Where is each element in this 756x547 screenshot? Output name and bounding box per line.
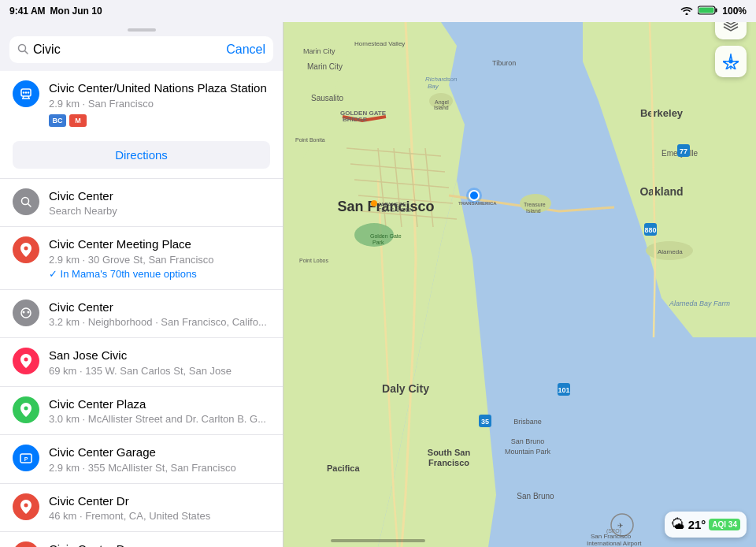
- svg-point-36: [469, 191, 479, 200]
- svg-rect-1: [716, 8, 717, 12]
- search-input[interactable]: [33, 43, 221, 57]
- svg-text:101: 101: [558, 386, 569, 394]
- svg-text:Mountain Park: Mountain Park: [505, 448, 551, 456]
- svg-point-78: [24, 358, 28, 362]
- result-6-subtitle: 3.0 km · McAllister Street and Dr. Carlt…: [49, 413, 270, 425]
- svg-text:San Bruno: San Bruno: [517, 492, 554, 500]
- drag-handle[interactable]: [128, 28, 156, 32]
- svg-line-64: [25, 50, 28, 54]
- svg-text:Park: Park: [372, 240, 384, 245]
- search-icon: [17, 43, 28, 57]
- svg-text:Richardson: Richardson: [425, 76, 458, 83]
- result-3-subtitle: 2.9 km · 30 Grove St, San Francisco: [49, 254, 270, 266]
- directions-button[interactable]: Directions: [13, 141, 270, 169]
- status-left: 9:41 AM Mon Jun 10: [9, 6, 102, 17]
- svg-text:35: 35: [481, 418, 489, 426]
- svg-text:International Airport: International Airport: [587, 540, 642, 547]
- result-1-content: Civic Center/United Nations Plaza Statio…: [49, 80, 270, 135]
- svg-text:Point Lobos: Point Lobos: [299, 258, 328, 263]
- result-9-content: Civic Center Dr 63 km · Santa Clara, CA,…: [49, 541, 270, 547]
- result-6-item[interactable]: Civic Center Plaza 3.0 km · McAllister S…: [0, 387, 283, 436]
- svg-text:Island: Island: [434, 105, 449, 110]
- svg-text:Tiburon: Tiburon: [492, 59, 516, 67]
- result-9-title: Civic Center Dr: [49, 541, 270, 547]
- status-time: 9:41 AM: [9, 6, 46, 17]
- result-8-subtitle: 46 km · Fremont, CA, United States: [49, 510, 270, 522]
- result-5-content: San Jose Civic 69 km · 135 W. San Carlos…: [49, 348, 270, 377]
- svg-point-82: [24, 503, 28, 507]
- location-button[interactable]: [715, 46, 747, 77]
- home-indicator: [331, 539, 425, 542]
- result-9-icon: [13, 541, 39, 547]
- first-result-header: Civic Center/United Nations Plaza Statio…: [13, 80, 270, 135]
- svg-point-71: [28, 91, 29, 93]
- svg-point-70: [25, 91, 27, 93]
- svg-text:(SFO): (SFO): [606, 528, 621, 534]
- aqi-badge: AQI 34: [709, 519, 740, 530]
- result-3-check: ✓ In Mama's 70th venue options: [49, 268, 270, 280]
- cancel-button[interactable]: Cancel: [226, 43, 265, 57]
- svg-point-62: [729, 60, 733, 64]
- weather-badge[interactable]: 🌤 21° AQI 34: [665, 512, 747, 538]
- svg-text:San Bruno: San Bruno: [511, 437, 545, 445]
- svg-point-77: [28, 311, 30, 313]
- result-8-item[interactable]: Civic Center Dr 46 km · Fremont, CA, Uni…: [0, 484, 283, 533]
- result-6-content: Civic Center Plaza 3.0 km · McAllister S…: [49, 396, 270, 426]
- result-2-item[interactable]: Civic Center Search Nearby: [0, 179, 283, 228]
- first-result-item[interactable]: Civic Center/United Nations Plaza Statio…: [0, 71, 283, 179]
- result-6-icon: [13, 396, 39, 423]
- result-6-title: Civic Center Plaza: [49, 396, 270, 412]
- svg-text:Golden Gate: Golden Gate: [370, 233, 402, 239]
- svg-text:JAPANESE: JAPANESE: [378, 202, 406, 207]
- result-7-title: Civic Center Garage: [49, 445, 270, 460]
- battery-label: 100%: [722, 6, 747, 17]
- svg-text:Treasure: Treasure: [524, 202, 546, 207]
- svg-text:Alameda Bay Farm: Alameda Bay Farm: [669, 300, 731, 307]
- transport-badges: BC M: [49, 114, 270, 127]
- result-4-subtitle: 3.2 km · Neighborhood · San Francisco, C…: [49, 316, 270, 328]
- wifi-icon: [680, 6, 693, 17]
- svg-point-79: [24, 406, 28, 410]
- status-bar: 9:41 AM Mon Jun 10 100%: [0, 0, 756, 22]
- result-5-item[interactable]: San Jose Civic 69 km · 135 W. San Carlos…: [0, 338, 283, 387]
- result-8-content: Civic Center Dr 46 km · Fremont, CA, Uni…: [49, 493, 270, 523]
- svg-text:TEA GARDEN: TEA GARDEN: [378, 207, 413, 213]
- svg-line-73: [28, 203, 32, 207]
- status-right: 100%: [680, 6, 747, 17]
- battery-icon: [698, 6, 717, 17]
- svg-text:Point Bonita: Point Bonita: [295, 137, 325, 143]
- svg-text:Alameda: Alameda: [658, 248, 683, 255]
- result-4-item[interactable]: Civic Center 3.2 km · Neighborhood · San…: [0, 290, 283, 339]
- result-8-title: Civic Center Dr: [49, 493, 270, 509]
- svg-text:880: 880: [644, 226, 656, 234]
- svg-text:P: P: [24, 456, 28, 462]
- result-2-title: Civic Center: [49, 188, 270, 204]
- result-3-title: Civic Center Meeting Place: [49, 236, 270, 252]
- map-area: Golden Gate Park GOLDEN GATE BRIDGE San …: [284, 22, 756, 547]
- svg-rect-2: [699, 7, 714, 13]
- svg-text:BRIDGE: BRIDGE: [343, 116, 368, 123]
- result-3-item[interactable]: Civic Center Meeting Place 2.9 km · 30 G…: [0, 227, 283, 290]
- svg-text:Homestead Valley: Homestead Valley: [354, 40, 405, 47]
- result-2-content: Civic Center Search Nearby: [49, 188, 270, 218]
- result-7-subtitle: 2.9 km · 355 McAllister St, San Francisc…: [49, 462, 270, 474]
- result-7-item[interactable]: P Civic Center Garage 2.9 km · 355 McAll…: [0, 435, 283, 484]
- search-bar: Cancel: [9, 36, 273, 63]
- result-2-icon: [13, 188, 39, 215]
- svg-text:Francisco: Francisco: [428, 458, 469, 467]
- result-9-item[interactable]: Civic Center Dr 63 km · Santa Clara, CA,…: [0, 532, 283, 547]
- badge-m: M: [69, 114, 87, 127]
- sidebar: Cancel Civic Center/Un: [0, 22, 284, 547]
- svg-text:Brisbane: Brisbane: [513, 418, 542, 426]
- result-4-title: Civic Center: [49, 300, 270, 315]
- svg-point-75: [21, 308, 31, 318]
- result-2-subtitle: Search Nearby: [49, 205, 270, 217]
- svg-text:Daly City: Daly City: [382, 382, 429, 395]
- result-8-icon: [13, 493, 39, 520]
- svg-text:TRANSAMERICA: TRANSAMERICA: [458, 201, 497, 206]
- svg-text:Sausalito: Sausalito: [311, 94, 344, 102]
- result-7-icon: P: [13, 445, 39, 471]
- result-4-icon: [13, 300, 39, 326]
- svg-text:Oakland: Oakland: [639, 185, 683, 198]
- weather-icon: 🌤: [671, 516, 685, 533]
